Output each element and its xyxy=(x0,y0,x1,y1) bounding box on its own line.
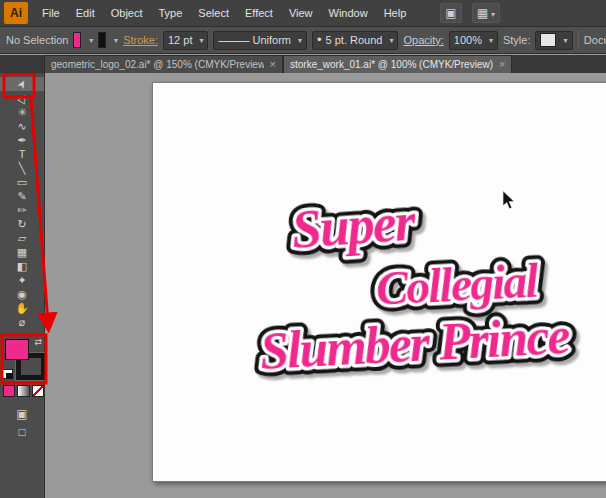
menu-help[interactable]: Help xyxy=(376,0,415,26)
workspace-switcher-icon[interactable]: ▦▾ xyxy=(472,3,500,23)
app-bar-icons: ▣ ▦▾ xyxy=(440,3,500,23)
rotate-tool[interactable]: ↻ xyxy=(0,217,44,231)
tab-title: storke_work_01.ai* @ 100% (CMYK/Preview) xyxy=(290,56,493,73)
mesh-icon: ▦ xyxy=(17,245,27,259)
mesh-tool[interactable]: ▦ xyxy=(0,245,44,259)
paintbrush-tool[interactable]: ✎ xyxy=(0,189,44,203)
pencil-icon: ✏ xyxy=(17,203,26,217)
direct-selection-tool[interactable]: ▷ xyxy=(0,91,44,105)
blend-tool[interactable]: ◉ xyxy=(0,287,44,301)
none-button[interactable] xyxy=(32,385,44,397)
direct-selection-arrow-icon: ▷ xyxy=(14,91,30,105)
chevron-down-icon: ▾ xyxy=(563,36,567,45)
style-swatch-icon xyxy=(540,33,556,47)
pen-icon: ✒ xyxy=(17,133,26,147)
fill-stroke-swatches: ⇄ xyxy=(2,339,42,379)
menu-file[interactable]: File xyxy=(34,0,68,26)
style-dropdown[interactable]: ▾ xyxy=(535,31,572,50)
artboard[interactable]: Super Super Collegial Collegial Slumber … xyxy=(152,82,606,482)
close-icon[interactable]: × xyxy=(270,56,276,73)
menu-view[interactable]: View xyxy=(281,0,321,26)
chevron-down-icon: ▾ xyxy=(491,10,495,19)
fill-swatch[interactable] xyxy=(5,339,29,360)
document-setup-button[interactable]: Document S xyxy=(584,34,606,46)
color-button[interactable] xyxy=(3,385,15,397)
gradient-button[interactable] xyxy=(17,385,29,397)
divider xyxy=(578,31,579,49)
paint-style-buttons xyxy=(3,385,44,397)
artwork-line-slumber-prince: Slumber Prince Slumber Prince xyxy=(259,307,571,380)
menu-effect[interactable]: Effect xyxy=(237,0,281,26)
line-sample-icon: ——— xyxy=(218,34,248,46)
fill-color-swatch[interactable] xyxy=(73,32,81,48)
menu-select[interactable]: Select xyxy=(190,0,237,26)
chevron-down-icon[interactable]: ▾ xyxy=(89,36,93,45)
illustrator-window: Ai File Edit Object Type Select Effect V… xyxy=(0,0,606,498)
menu-edit[interactable]: Edit xyxy=(68,0,103,26)
opacity-dropdown[interactable]: 100%▾ xyxy=(449,31,498,50)
magic-wand-tool[interactable]: ✳ xyxy=(0,105,44,119)
menu-type[interactable]: Type xyxy=(151,0,191,26)
type-tool[interactable]: T xyxy=(0,147,44,161)
app-logo: Ai xyxy=(4,2,28,24)
line-segment-icon: ╲ xyxy=(19,161,26,175)
menu-window[interactable]: Window xyxy=(321,0,376,26)
type-icon: T xyxy=(19,147,26,161)
eyedropper-icon: ✦ xyxy=(17,273,26,287)
artwork-line-super: Super Super xyxy=(290,191,419,260)
magic-wand-icon: ✳ xyxy=(17,105,26,119)
menu-object[interactable]: Object xyxy=(103,0,151,26)
eyedropper-tool[interactable]: ✦ xyxy=(0,273,44,287)
lasso-tool[interactable]: ∿ xyxy=(0,119,44,133)
opacity-label[interactable]: Opacity: xyxy=(403,34,443,46)
chevron-down-icon: ▾ xyxy=(389,36,393,45)
scale-icon: ▱ xyxy=(18,231,26,245)
screen-mode-button[interactable]: □ xyxy=(0,423,44,441)
workspace-grid-icon: ▦ xyxy=(477,6,488,20)
menu-bar: Ai File Edit Object Type Select Effect V… xyxy=(0,0,606,27)
selection-tool[interactable]: ➤ xyxy=(0,77,44,91)
logo-artwork: Super Super Collegial Collegial Slumber … xyxy=(153,83,606,481)
toolbar-bottom: ▣ □ xyxy=(0,405,44,441)
canvas-area[interactable]: Super Super Collegial Collegial Slumber … xyxy=(45,73,606,498)
hand-tool[interactable]: ✋ xyxy=(0,301,44,315)
zoom-icon: ⌀ xyxy=(19,315,26,329)
chevron-down-icon: ▾ xyxy=(199,36,203,45)
svg-text:Collegial: Collegial xyxy=(375,254,541,315)
gradient-icon: ◧ xyxy=(17,259,27,273)
drawing-mode-button[interactable]: ▣ xyxy=(0,405,44,423)
document-tab-geometric-logo[interactable]: geometric_logo_02.ai* @ 150% (CMYK/Previ… xyxy=(44,55,283,73)
arrange-documents-icon[interactable]: ▣ xyxy=(440,3,461,23)
width-profile-dropdown[interactable]: ———Uniform▾ xyxy=(213,31,307,50)
line-segment-tool[interactable]: ╲ xyxy=(0,161,44,175)
scale-tool[interactable]: ▱ xyxy=(0,231,44,245)
lasso-icon: ∿ xyxy=(17,119,26,133)
default-fill-stroke-icon[interactable] xyxy=(2,369,13,379)
stroke-width-dropdown[interactable]: 12 pt▾ xyxy=(163,31,208,50)
brush-dropdown[interactable]: •5 pt. Round▾ xyxy=(312,31,398,50)
artwork-line-collegial: Collegial Collegial xyxy=(375,254,541,315)
hand-icon: ✋ xyxy=(15,301,29,315)
blend-icon: ◉ xyxy=(17,287,27,301)
close-icon[interactable]: × xyxy=(499,56,505,73)
swap-fill-stroke-icon[interactable]: ⇄ xyxy=(34,337,42,347)
rectangle-tool[interactable]: ▭ xyxy=(0,175,44,189)
paintbrush-icon: ✎ xyxy=(17,189,26,203)
chevron-down-icon[interactable]: ▾ xyxy=(114,36,118,45)
selection-arrow-icon: ➤ xyxy=(14,77,31,92)
chevron-down-icon: ▾ xyxy=(489,36,493,45)
zoom-tool[interactable]: ⌀ xyxy=(0,315,44,329)
tab-title: geometric_logo_02.ai* @ 150% (CMYK/Previ… xyxy=(51,56,264,73)
stroke-label[interactable]: Stroke: xyxy=(123,34,158,46)
tools-panel: ➤ ▷ ✳ ∿ ✒ T ╲ ▭ ✎ ✏ ↻ ▱ ▦ ◧ ✦ ◉ ✋ ⌀ ⇄ ▣ … xyxy=(0,73,45,498)
pencil-tool[interactable]: ✏ xyxy=(0,203,44,217)
gradient-tool[interactable]: ◧ xyxy=(0,259,44,273)
pen-tool[interactable]: ✒ xyxy=(0,133,44,147)
document-tab-bar: geometric_logo_02.ai* @ 150% (CMYK/Previ… xyxy=(0,55,606,73)
control-bar: No Selection ▾ ▾ Stroke: 12 pt▾ ———Unifo… xyxy=(0,27,606,54)
style-label: Style: xyxy=(503,34,531,46)
document-tab-storke-work[interactable]: storke_work_01.ai* @ 100% (CMYK/Preview)… xyxy=(283,55,512,73)
rectangle-icon: ▭ xyxy=(17,175,27,189)
screen-mode-icon: □ xyxy=(18,423,25,441)
stroke-color-swatch[interactable] xyxy=(98,32,106,48)
